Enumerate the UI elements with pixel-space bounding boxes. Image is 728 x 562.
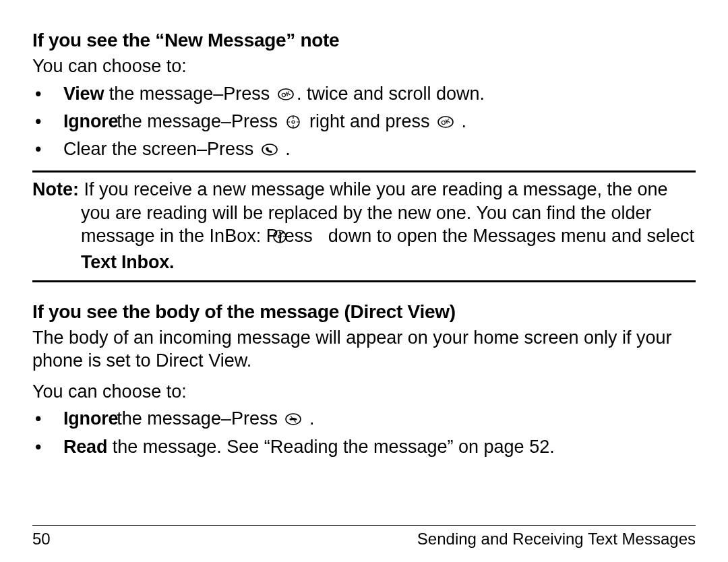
note-block: Note: If you receive a new message while…: [32, 178, 696, 274]
note-strong-tail: Text Inbox.: [81, 252, 174, 272]
page-footer: 50 Sending and Receiving Text Messages: [32, 525, 696, 549]
page: If you see the “New Message” note You ca…: [0, 0, 728, 562]
item-text: the message. See “Reading the message” o…: [107, 437, 554, 457]
note-label: Note:: [32, 179, 79, 199]
item-text-tail: . twice and scroll down.: [297, 84, 485, 104]
item-text: Clear the screen–Press: [63, 139, 259, 159]
item-text-tail: .: [304, 408, 314, 429]
section-1-list: View the message–Press . twice and scrol…: [32, 82, 696, 164]
divider-bottom: [32, 280, 696, 282]
list-item: Ignorethe message–Press .: [32, 407, 696, 433]
item-text-tail: .: [280, 139, 291, 159]
item-strong: Read: [63, 437, 107, 457]
section-2-lead: You can choose to:: [32, 381, 696, 404]
item-text: the message–Press: [117, 408, 282, 429]
section-1-lead: You can choose to:: [32, 55, 696, 78]
item-strong: Ignore: [63, 111, 118, 131]
item-text: the message–Press: [104, 84, 275, 104]
list-item: Ignorethe message–Press right and press …: [32, 110, 696, 136]
list-item: Read the message. See “Reading the messa…: [32, 435, 696, 459]
section-2-para: The body of an incoming message will app…: [32, 327, 696, 373]
divider-top: [32, 170, 696, 173]
section-2-heading: If you see the body of the message (Dire…: [32, 301, 696, 323]
item-text-tail: .: [456, 111, 466, 131]
section-2-list: Ignorethe message–Press . Read the messa…: [32, 407, 696, 458]
note-text-2: down to open the Messages menu and selec…: [323, 226, 694, 246]
end-call-icon: [285, 410, 301, 433]
ok-key-icon: [278, 85, 294, 108]
section-1-heading: If you see the “New Message” note: [32, 30, 696, 51]
chapter-title: Sending and Receiving Text Messages: [417, 530, 696, 549]
item-strong: Ignore: [63, 408, 118, 429]
ok-key-icon: [437, 113, 454, 136]
item-strong: View: [63, 84, 104, 104]
list-item: View the message–Press . twice and scrol…: [32, 82, 696, 108]
item-text: the message–Press: [117, 111, 282, 131]
item-text-mid: right and press: [304, 111, 435, 131]
phone-key-icon: [262, 140, 278, 164]
list-item: Clear the screen–Press .: [32, 137, 696, 164]
page-number: 50: [32, 530, 51, 549]
nav-key-icon: [285, 113, 301, 136]
